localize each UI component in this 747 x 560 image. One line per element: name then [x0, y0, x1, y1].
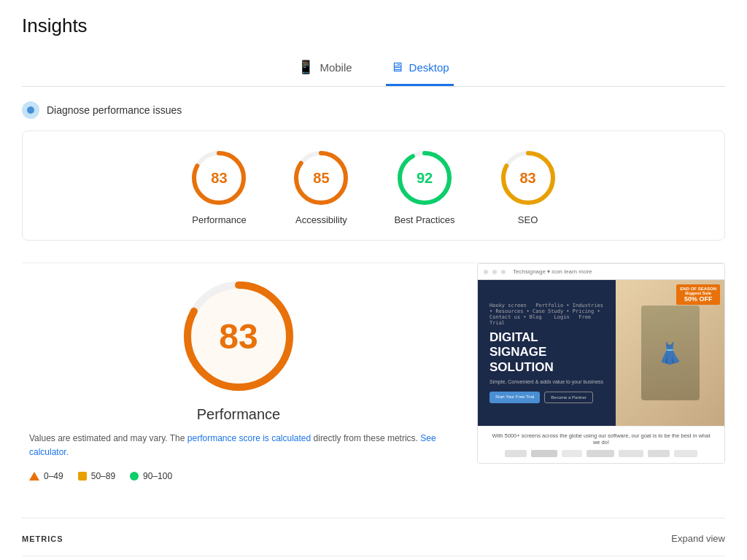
big-performance-circle: 83: [180, 278, 297, 394]
legend-circle-icon: [130, 472, 139, 481]
score-item-accessibility: 85 Accessibility: [292, 149, 350, 225]
score-label-accessibility: Accessibility: [295, 214, 347, 225]
screenshot-tagline: With 5000+ screens across the globe usin…: [489, 432, 713, 446]
legend-item-good: 90–100: [130, 471, 172, 481]
score-circle-accessibility: 85: [292, 149, 350, 207]
clothing-image: 👗: [641, 306, 700, 400]
expand-view-link[interactable]: Expand view: [671, 533, 725, 544]
score-label-best-practices: Best Practices: [394, 214, 454, 225]
mobile-icon: 📱: [298, 59, 314, 75]
score-item-best-practices: 92 Best Practices: [394, 149, 454, 225]
metrics-top-rule: [22, 556, 725, 556]
logo-placeholder-5: [619, 450, 643, 457]
page-container: Insights 📱 Mobile 🖥 Desktop Diagnose per…: [0, 0, 747, 560]
sale-badge: END OF SEASONBiggest Sale50% OFF: [676, 284, 720, 305]
legend-triangle-icon: [29, 472, 39, 481]
performance-left-panel: 83 Performance Values are estimated and …: [22, 263, 455, 496]
big-circle-container: 83: [22, 278, 455, 394]
metrics-title: METRICS: [22, 534, 63, 543]
screenshot-btn-secondary: Become a Partner: [544, 392, 592, 403]
tab-desktop-label: Desktop: [409, 61, 449, 74]
metrics-section: METRICS Expand view First Contentful Pai…: [22, 533, 725, 560]
score-number-seo: 83: [519, 170, 535, 187]
metrics-divider: [22, 518, 725, 518]
screenshot-body: Hooky screen Portfolio • Industries • Re…: [478, 280, 724, 426]
diagnose-title: Diagnose performance issues: [47, 104, 182, 116]
page-title: Insights: [22, 15, 725, 37]
perf-desc-text2: directly from these metrics.: [311, 433, 420, 443]
screenshot-btn-primary: Start Your Free Trial: [489, 392, 540, 403]
diagnose-section: Diagnose performance issues: [22, 101, 725, 119]
legend-bad-range: 0–49: [44, 471, 63, 481]
screenshot-bottom: With 5000+ screens across the globe usin…: [478, 426, 724, 463]
tab-bar: 📱 Mobile 🖥 Desktop: [22, 52, 725, 87]
tab-mobile-label: Mobile: [320, 61, 352, 74]
nav-dot-1: [484, 270, 488, 274]
screenshot-title: DIGITALSIGNAGESOLUTION: [489, 330, 604, 375]
score-label-seo: SEO: [518, 214, 538, 225]
clothing-emoji: 👗: [657, 341, 683, 365]
perf-desc-text1: Values are estimated and may vary. The: [29, 433, 187, 443]
score-circle-best-practices: 92: [395, 149, 454, 207]
screenshot-hero: Hooky screen Portfolio • Industries • Re…: [478, 280, 616, 426]
logo-placeholder-7: [674, 450, 697, 457]
screenshot-topbar: Techsignage ▾ icon learn more: [478, 264, 724, 280]
scores-row: 83 Performance 85 Accessibility: [37, 149, 710, 225]
logo-placeholder-6: [648, 450, 670, 457]
score-number-performance: 83: [211, 170, 227, 187]
legend: 0–49 50–89 90–100: [22, 471, 179, 481]
nav-dot-3: [501, 270, 506, 274]
score-number-accessibility: 85: [313, 170, 329, 187]
legend-item-bad: 0–49: [29, 471, 63, 481]
tab-mobile[interactable]: 📱 Mobile: [293, 52, 356, 86]
screenshot-card: Techsignage ▾ icon learn more Hooky scre…: [477, 263, 725, 464]
main-section: 83 Performance Values are estimated and …: [22, 263, 725, 496]
screenshot-subtitle: Simple, Convenient & adds value to your …: [489, 379, 604, 384]
screenshot-cta-buttons: Start Your Free Trial Become a Partner: [489, 392, 604, 403]
diagnose-dot: [22, 101, 39, 119]
screenshot-url: Techsignage ▾ icon learn more: [513, 268, 592, 275]
logo-placeholder-1: [505, 450, 527, 457]
score-circle-seo: 83: [499, 149, 557, 207]
tab-desktop[interactable]: 🖥 Desktop: [386, 52, 454, 86]
logo-placeholder-3: [562, 450, 582, 457]
screenshot-image: END OF SEASONBiggest Sale50% OFF 👗: [616, 280, 724, 426]
screenshot-nav-links: Hooky screen Portfolio • Industries • Re…: [489, 303, 604, 326]
performance-description: Values are estimated and may vary. The p…: [22, 432, 455, 459]
score-number-best-practices: 92: [417, 170, 433, 187]
big-performance-number: 83: [219, 316, 258, 357]
nav-dot-2: [492, 270, 497, 274]
performance-screenshot-panel: Techsignage ▾ icon learn more Hooky scre…: [477, 263, 725, 496]
performance-main-label: Performance: [22, 406, 455, 423]
score-item-seo: 83 SEO: [499, 149, 557, 225]
diagnose-dot-inner: [27, 106, 34, 114]
perf-score-link[interactable]: performance score is calculated: [187, 433, 311, 443]
legend-medium-range: 50–89: [91, 471, 115, 481]
scores-card: 83 Performance 85 Accessibility: [22, 131, 725, 241]
logo-placeholder-2: [531, 450, 557, 457]
logo-placeholder-4: [587, 450, 614, 457]
screenshot-logos: [489, 450, 713, 457]
desktop-icon: 🖥: [390, 60, 403, 75]
score-circle-performance: 83: [190, 149, 248, 207]
metrics-header: METRICS Expand view: [22, 533, 725, 544]
legend-item-medium: 50–89: [78, 471, 115, 481]
legend-good-range: 90–100: [143, 471, 172, 481]
legend-square-icon: [78, 472, 87, 481]
score-item-performance: 83 Performance: [190, 149, 248, 225]
score-label-performance: Performance: [192, 214, 246, 225]
